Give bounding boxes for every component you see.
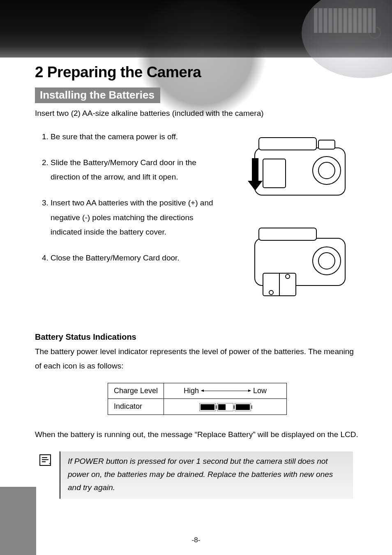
step-item: Be sure that the camera power is off. <box>51 129 226 144</box>
label-low: Low <box>253 387 267 395</box>
step-item: Slide the Battery/Memory Card door in th… <box>51 155 226 184</box>
header-banner <box>0 0 392 58</box>
battery-half-icon <box>217 403 233 411</box>
cell-charge-label: Charge Level <box>108 383 164 399</box>
battery-full-icon <box>199 403 216 411</box>
note-icon <box>39 454 52 468</box>
page-content: 2 Preparing the Camera Installing the Ba… <box>35 64 360 499</box>
svg-rect-4 <box>318 140 335 149</box>
svg-rect-3 <box>259 138 316 150</box>
subsection-title: Battery Status Indications <box>35 332 360 342</box>
page-side-tab <box>0 487 36 555</box>
svg-point-15 <box>286 274 290 279</box>
steps-list: Be sure that the camera power is off. Sl… <box>35 129 226 276</box>
step-item: Close the Battery/Memory Card door. <box>51 251 226 265</box>
svg-point-14 <box>269 290 273 295</box>
after-table-text: When the battery is running out, the mes… <box>35 427 360 442</box>
chapter-title: 2 Preparing the Camera <box>35 64 360 81</box>
camera-batteries-illustration <box>240 224 360 306</box>
range-arrow-icon <box>201 391 251 391</box>
cell-charge-range: High Low <box>164 383 287 399</box>
battery-empty-icon <box>235 403 251 411</box>
table-row: Indicator <box>108 399 286 415</box>
subsection-body: The battery power level indicator repres… <box>35 344 360 373</box>
cell-indicator-label: Indicator <box>108 399 164 415</box>
page-number: -8- <box>0 536 392 544</box>
section-intro: Insert two (2) AA-size alkaline batterie… <box>35 109 360 118</box>
svg-rect-9 <box>259 228 316 240</box>
svg-point-11 <box>318 253 335 269</box>
note-text: If POWER button is pressed for over 1 se… <box>60 451 353 499</box>
svg-point-6 <box>318 162 335 179</box>
battery-table: Charge Level High Low Indicator <box>108 383 287 415</box>
power-icon <box>366 23 384 41</box>
svg-rect-7 <box>263 159 286 188</box>
cell-indicator-icons <box>164 399 287 415</box>
table-row: Charge Level High Low <box>108 383 286 399</box>
step-item: Insert two AA batteries with the positiv… <box>51 196 226 239</box>
section-heading: Installing the Batteries <box>35 88 160 103</box>
label-high: High <box>184 387 199 395</box>
camera-open-door-illustration <box>240 129 360 212</box>
